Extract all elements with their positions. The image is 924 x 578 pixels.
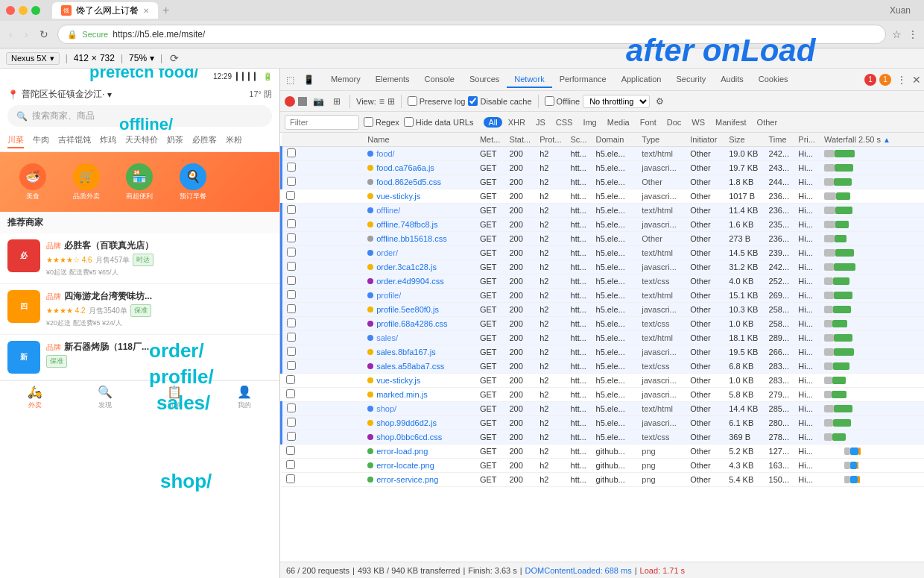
- table-row[interactable]: error-load.png GET 200 h2 htt... github.…: [282, 445, 925, 459]
- row-checkbox-cell[interactable]: [282, 402, 364, 416]
- hide-data-input[interactable]: [404, 117, 414, 127]
- row-checkbox[interactable]: [287, 163, 296, 172]
- filter-tab-css[interactable]: CSS: [551, 117, 578, 128]
- row-checkbox[interactable]: [287, 347, 296, 356]
- table-row[interactable]: food.862e5d5.css GET 200 h2 htt... h5.el…: [282, 175, 925, 189]
- resource-name[interactable]: food.ca76a6a.js: [376, 163, 434, 172]
- resource-name[interactable]: profile.5ee80f0.js: [376, 305, 439, 314]
- table-row[interactable]: error-locate.png GET 200 h2 htt... githu…: [282, 459, 925, 473]
- resource-name[interactable]: marked.min.js: [376, 390, 427, 399]
- table-row[interactable]: vue-sticky.js GET 200 h2 htt... h5.ele..…: [282, 189, 925, 204]
- tab-memory[interactable]: Memory: [323, 72, 368, 88]
- cat-tab-jixiang[interactable]: 吉祥馄饨: [58, 134, 91, 148]
- row-checkbox[interactable]: [287, 233, 296, 242]
- row-checkbox[interactable]: [286, 474, 295, 483]
- offline-input[interactable]: [545, 96, 554, 106]
- resource-name[interactable]: offline/: [376, 206, 400, 215]
- row-checkbox-cell[interactable]: [282, 473, 364, 487]
- row-checkbox[interactable]: [287, 418, 296, 427]
- filter-tab-manifest[interactable]: Manifest: [711, 117, 751, 128]
- merchant-card-3[interactable]: 新 品牌 新石器烤肠（118厂... 保准: [0, 335, 279, 380]
- hide-data-urls-checkbox[interactable]: Hide data URLs: [404, 117, 474, 127]
- cat-tab-beef[interactable]: 牛肉: [33, 134, 49, 148]
- filter-tab-img[interactable]: Img: [578, 117, 601, 128]
- table-row[interactable]: shop.99dd6d2.js GET 200 h2 htt... h5.ele…: [282, 416, 925, 430]
- row-checkbox[interactable]: [286, 446, 295, 455]
- table-row[interactable]: food/ GET 200 h2 htt... h5.ele... text/h…: [282, 147, 925, 161]
- cat-tab-pizza[interactable]: 必胜客: [192, 134, 217, 148]
- nav-item-delivery[interactable]: 🛵 外卖: [28, 385, 42, 410]
- tab-network[interactable]: Network: [507, 72, 551, 88]
- row-checkbox-cell[interactable]: [282, 289, 364, 303]
- row-checkbox[interactable]: [286, 389, 295, 398]
- resource-name[interactable]: profile.68a4286.css: [376, 319, 447, 328]
- resource-name[interactable]: error-service.png: [376, 475, 438, 484]
- table-row[interactable]: offline/ GET 200 h2 htt... h5.ele... tex…: [282, 204, 925, 218]
- disable-cache-input[interactable]: [468, 96, 478, 106]
- row-checkbox[interactable]: [287, 148, 296, 157]
- col-header-scheme[interactable]: Sc...: [566, 133, 592, 147]
- col-header-type[interactable]: Type: [637, 133, 686, 147]
- offline-checkbox[interactable]: Offline: [545, 96, 580, 106]
- back-button[interactable]: ‹: [6, 27, 16, 42]
- table-row[interactable]: profile.68a4286.css GET 200 h2 htt... h5…: [282, 317, 925, 331]
- col-header-size[interactable]: Size: [724, 133, 764, 147]
- category-item-meishi[interactable]: 🍜 美食: [7, 163, 58, 201]
- record-button[interactable]: [285, 96, 295, 107]
- row-checkbox[interactable]: [287, 248, 296, 257]
- resource-name[interactable]: order.3ca1c28.js: [376, 263, 437, 271]
- category-item-shangchao[interactable]: 🏪 商超便利: [115, 163, 165, 201]
- tab-audits[interactable]: Audits: [713, 72, 751, 88]
- regex-checkbox[interactable]: Regex: [364, 117, 399, 127]
- table-row[interactable]: sales.a58aba7.css GET 200 h2 htt... h5.e…: [282, 359, 925, 374]
- tab-elements[interactable]: Elements: [368, 72, 417, 88]
- resource-name[interactable]: food.862e5d5.css: [376, 178, 441, 186]
- filter-input[interactable]: [285, 115, 359, 130]
- row-checkbox[interactable]: [287, 304, 296, 313]
- row-checkbox-cell[interactable]: [282, 189, 364, 204]
- filter-tab-doc[interactable]: Doc: [662, 117, 686, 128]
- col-header-method[interactable]: Met...: [475, 133, 505, 147]
- fullscreen-button[interactable]: [31, 6, 40, 15]
- resource-name[interactable]: order/: [376, 248, 398, 257]
- resource-name[interactable]: sales.a58aba7.css: [376, 362, 444, 371]
- row-checkbox-cell[interactable]: [282, 345, 364, 359]
- active-tab[interactable]: 饿 馋了么网上订餐 ✕: [52, 2, 158, 19]
- resource-name[interactable]: offline.748fbc8.js: [376, 220, 437, 229]
- tab-security[interactable]: Security: [668, 72, 713, 88]
- devtools-close-button[interactable]: ✕: [912, 74, 921, 86]
- row-checkbox-cell[interactable]: [282, 445, 364, 459]
- list-view-button[interactable]: ≡: [379, 96, 385, 107]
- category-item-pinzhi[interactable]: 🛒 品质外卖: [61, 163, 112, 201]
- table-row[interactable]: order.e4d9904.css GET 200 h2 htt... h5.e…: [282, 274, 925, 289]
- merchant-card-2[interactable]: 四 品牌 四海游龙台湾赞味坊... ★★★★ 4.2 月售3540单 保准 ¥2…: [0, 284, 279, 335]
- row-checkbox[interactable]: [287, 177, 296, 186]
- table-row[interactable]: offline.bb15618.css GET 200 h2 htt... h5…: [282, 232, 925, 246]
- network-table-container[interactable]: Name Met... Stat... Prot... Sc... Domain…: [280, 133, 924, 562]
- cat-tab-chicken[interactable]: 炸鸡: [100, 134, 116, 148]
- row-checkbox[interactable]: [287, 276, 296, 285]
- col-header-domain[interactable]: Domain: [592, 133, 638, 147]
- row-checkbox[interactable]: [287, 290, 296, 299]
- row-checkbox-cell[interactable]: [282, 147, 364, 161]
- col-header-priority[interactable]: Pri...: [794, 133, 820, 147]
- row-checkbox-cell[interactable]: [282, 331, 364, 345]
- row-checkbox[interactable]: [287, 205, 296, 214]
- row-checkbox-cell[interactable]: [282, 374, 364, 388]
- row-checkbox-cell[interactable]: [282, 246, 364, 260]
- stop-button[interactable]: [298, 97, 307, 106]
- tab-performance[interactable]: Performance: [552, 72, 614, 88]
- settings-icon[interactable]: ⚙: [653, 95, 667, 108]
- tab-console[interactable]: Console: [417, 72, 462, 88]
- row-checkbox[interactable]: [286, 191, 295, 200]
- forward-button[interactable]: ›: [22, 27, 31, 42]
- regex-input[interactable]: [364, 117, 373, 127]
- device-icon[interactable]: 📱: [300, 73, 317, 87]
- row-checkbox[interactable]: [286, 375, 295, 384]
- resource-name[interactable]: vue-sticky.js: [376, 192, 420, 201]
- filter-tab-ws[interactable]: WS: [687, 117, 709, 128]
- col-header-waterfall[interactable]: Waterfall 2.50 s ▲: [820, 133, 924, 147]
- resource-name[interactable]: error-load.png: [376, 447, 428, 456]
- filter-tab-font[interactable]: Font: [636, 117, 661, 128]
- minimize-button[interactable]: [19, 6, 28, 15]
